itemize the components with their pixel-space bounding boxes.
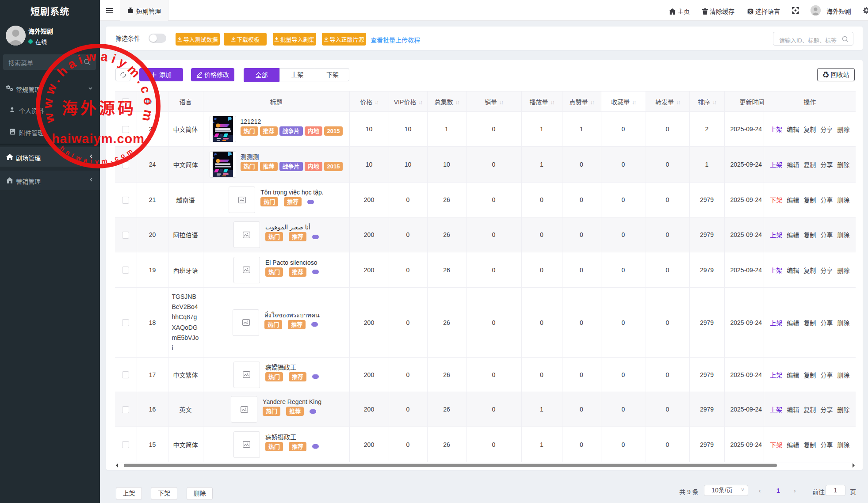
svg-text:文: 文 [748,9,753,14]
